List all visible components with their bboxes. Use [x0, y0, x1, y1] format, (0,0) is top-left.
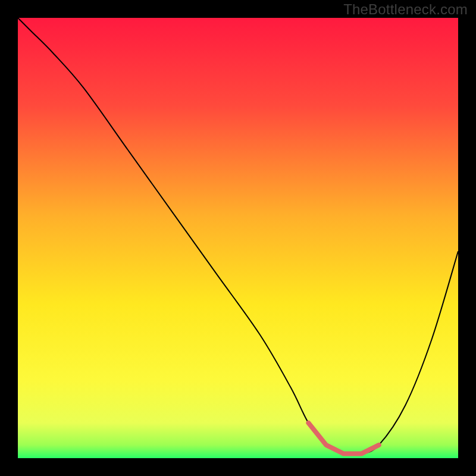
chart-frame: TheBottleneck.com — [0, 0, 476, 476]
gradient-rect — [18, 18, 458, 458]
chart-svg — [18, 18, 458, 458]
plot-area — [18, 18, 458, 458]
watermark-label: TheBottleneck.com — [343, 1, 468, 18]
